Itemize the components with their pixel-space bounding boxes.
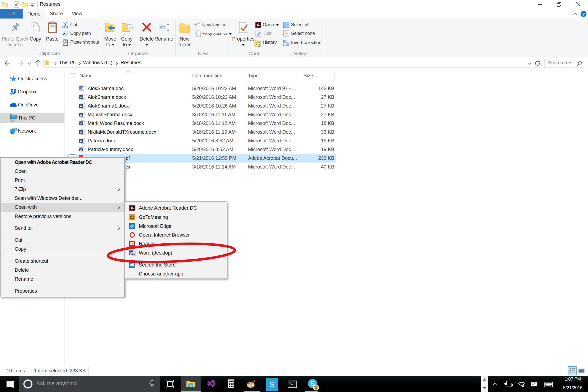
svg-text:W: W <box>129 251 133 255</box>
svg-text:S: S <box>270 380 275 389</box>
svg-text:?: ? <box>582 12 585 16</box>
svg-text:C:\: C:\ <box>289 382 293 384</box>
svg-text:1: 1 <box>315 385 317 390</box>
